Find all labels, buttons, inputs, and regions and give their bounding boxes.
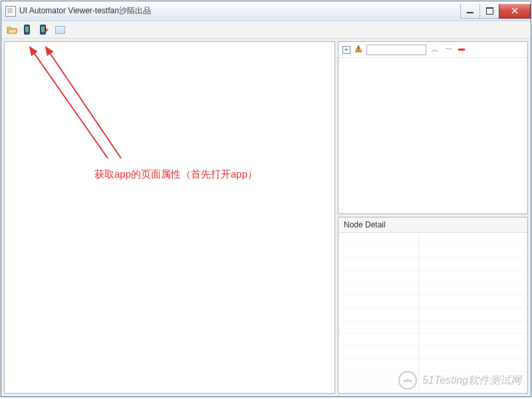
watermark: 51Testing软件测试网 [398, 371, 521, 390]
node-detail-header: Node Detail [338, 217, 527, 233]
window-controls [461, 4, 531, 19]
app-window: UI Automator Viewer-testfan沙陌出品 [1, 1, 531, 397]
chevron-up-icon[interactable]: ︿ [430, 45, 440, 55]
annotation-text: 获取app的页面属性（首先打开app） [94, 168, 257, 181]
tree-toolbar: + ︿ ﹀ [338, 42, 527, 58]
app-icon [5, 6, 16, 17]
right-panel: + ︿ ﹀ Node Detail [338, 41, 528, 394]
screenshot-panel: 获取app的页面属性（首先打开app） [4, 41, 335, 394]
chevron-down-icon[interactable]: ﹀ [444, 45, 454, 55]
annotation-arrows [5, 42, 337, 215]
window-title: UI Automator Viewer-testfan沙陌出品 [19, 5, 151, 17]
watermark-text: 51Testing软件测试网 [422, 374, 521, 388]
maximize-button[interactable] [479, 4, 499, 19]
svg-line-1 [46, 47, 121, 158]
titlebar: UI Automator Viewer-testfan沙陌出品 [1, 1, 531, 21]
svg-rect-2 [358, 47, 358, 50]
device-screenshot-compressed-icon[interactable] [37, 23, 51, 37]
remove-icon[interactable] [458, 49, 465, 51]
blank-view-icon[interactable] [53, 23, 66, 37]
tree-panel: + ︿ ﹀ [338, 41, 528, 214]
svg-line-0 [30, 47, 108, 158]
device-screenshot-icon[interactable] [21, 23, 35, 37]
minimize-button[interactable] [460, 4, 480, 19]
warning-icon[interactable] [354, 45, 362, 55]
svg-rect-3 [358, 51, 358, 51]
expand-all-icon[interactable]: + [342, 46, 350, 54]
close-button[interactable] [499, 4, 531, 19]
content-area: 获取app的页面属性（首先打开app） + ︿ ﹀ Node Detail [1, 39, 531, 396]
node-detail-panel: Node Detail [338, 217, 528, 394]
open-folder-icon[interactable] [5, 23, 19, 37]
wechat-icon [398, 371, 417, 390]
node-detail-body [338, 233, 527, 393]
search-input[interactable] [366, 45, 426, 55]
toolbar [1, 21, 531, 39]
